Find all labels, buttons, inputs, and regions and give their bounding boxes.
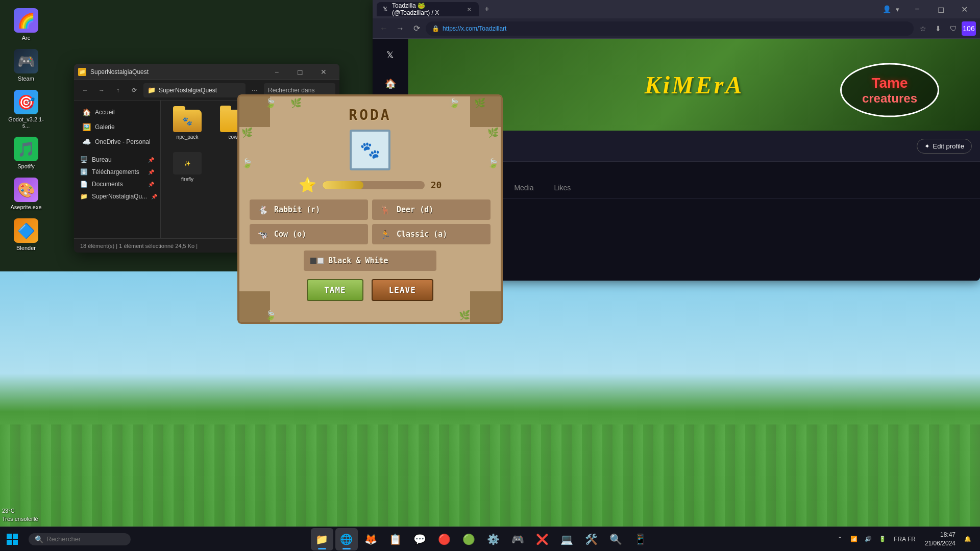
desktop-icon-aseprite[interactable]: 🎨 Aseprite.exe — [8, 178, 44, 210]
discord-icon: 🎮 — [511, 533, 524, 545]
option-deer[interactable]: 🦌 Deer (d) — [372, 199, 491, 220]
steam-label: Steam — [18, 76, 34, 82]
file-explorer-title: SuperNostalgiaQuest — [90, 68, 261, 76]
file-explorer-titlebar: 📁 SuperNostalgiaQuest − ◻ ✕ — [74, 64, 339, 80]
browser-restore-btn[interactable]: ◻ — [929, 0, 952, 18]
app14-icon: 📱 — [634, 533, 647, 545]
taskbar-search-app[interactable]: 🔍 — [605, 528, 627, 550]
file-item-npcpack[interactable]: 🐾 npc_pack — [167, 107, 208, 143]
taskbar-terminal[interactable]: 💻 — [556, 528, 578, 550]
taskbar-app10[interactable]: ❌ — [531, 528, 554, 550]
tray-battery[interactable]: 🔋 — [876, 533, 889, 545]
file-item-firefly[interactable]: ✨ firefly — [167, 149, 208, 185]
tame-button[interactable]: TAME — [307, 279, 363, 301]
app8-icon: ⚙️ — [487, 533, 500, 545]
search-input[interactable] — [46, 535, 118, 543]
search-text: Rechercher dans — [268, 87, 314, 94]
taskbar-app6[interactable]: 🔴 — [433, 528, 456, 550]
close-button[interactable]: ✕ — [312, 64, 335, 80]
tame-bubble-oval: Tame creatures — [840, 63, 939, 117]
npc-pack-label: npc_pack — [177, 134, 199, 140]
dialog-buttons: TAME LEAVE — [307, 279, 433, 301]
address-folder-icon: 📁 — [148, 86, 156, 94]
taskbar-firefox[interactable]: 🦊 — [360, 528, 382, 550]
browser-titlebar: 𝕏 Toadzilla 🐸 (@Toadzillart) / X ✕ + 👤 ▾… — [373, 0, 980, 18]
star-progress-bar — [323, 181, 425, 189]
tray-volume[interactable]: 🔊 — [862, 533, 874, 545]
twitter-x-logo[interactable]: 𝕏 — [380, 45, 401, 65]
browser-nav-bar: ← → ⟳ 🔒 https://x.com/Toadzillart ☆ ⬇ 🛡 … — [373, 18, 980, 39]
edit-profile-button[interactable]: ✦ Edit profile — [917, 139, 972, 154]
tab-label: Toadzilla 🐸 (@Toadzillart) / X — [392, 2, 462, 16]
browser-forward-btn[interactable]: → — [393, 21, 407, 36]
option-rabbit[interactable]: 🐇 Rabbit (r) — [250, 199, 368, 220]
sidebar-item-telechargements[interactable]: ⬇️ Téléchargements 📌 — [74, 166, 160, 178]
sidebar-item-onedrive[interactable]: ☁️ OneDrive - Personal — [76, 135, 158, 149]
taskbar-file-explorer[interactable]: 📁 — [311, 528, 333, 550]
address-bar[interactable]: 📁 SuperNostalgiaQuest — [143, 83, 246, 97]
taskbar-discord[interactable]: 🎮 — [507, 528, 529, 550]
tab-media[interactable]: Media — [504, 178, 544, 198]
desktop-icon-blender[interactable]: 🔷 Blender — [8, 218, 44, 251]
taskbar-search-bar[interactable]: 🔍 — [29, 533, 131, 545]
taskbar-edge[interactable]: 🌐 — [335, 528, 358, 550]
sidebar-item-accueil[interactable]: 🏠 Accueil — [76, 105, 158, 119]
star-page-btn[interactable]: ☆ — [916, 21, 930, 36]
taskbar-notes[interactable]: 📋 — [384, 528, 407, 550]
tab-close-button[interactable]: ✕ — [465, 5, 473, 13]
restore-button[interactable]: ◻ — [288, 64, 312, 80]
back-button[interactable]: ← — [78, 83, 92, 97]
svg-rect-2 — [7, 540, 12, 545]
desktop-icon-steam[interactable]: 🎮 Steam — [8, 49, 44, 82]
url-bar[interactable]: 🔒 https://x.com/Toadzillart — [426, 21, 914, 36]
up-button[interactable]: ↑ — [111, 83, 125, 97]
clock[interactable]: 18:47 21/06/2024 — [921, 531, 960, 548]
browser-tab-toadzilla[interactable]: 𝕏 Toadzilla 🐸 (@Toadzillart) / X ✕ — [377, 2, 479, 16]
browser-close-btn[interactable]: ✕ — [952, 0, 976, 18]
extensions-btn[interactable]: 106 — [962, 21, 976, 36]
start-button[interactable] — [0, 527, 24, 552]
address-text: SuperNostalgiaQuest — [159, 87, 217, 94]
tab-likes[interactable]: Likes — [544, 178, 581, 198]
taskbar-app7[interactable]: 🟢 — [458, 528, 480, 550]
edge-icon: 🌐 — [340, 533, 353, 545]
star-icon: ⭐ — [299, 177, 316, 193]
svg-rect-1 — [13, 534, 18, 539]
browser-refresh-btn[interactable]: ⟳ — [409, 21, 424, 36]
firefly-file-icon: ✨ — [173, 152, 202, 174]
sidebar-item-supernostalgia[interactable]: 📁 SuperNostalgiaQu... 📌 — [74, 190, 160, 203]
taskbar-app8[interactable]: ⚙️ — [482, 528, 505, 550]
download-btn[interactable]: ⬇ — [931, 21, 945, 36]
forward-button[interactable]: → — [94, 83, 109, 97]
desktop-icon-spotify[interactable]: 🎵 Spotify — [8, 137, 44, 169]
browser-back-btn[interactable]: ← — [377, 21, 391, 36]
taskbar-app14[interactable]: 📱 — [629, 528, 652, 550]
taskbar-teams[interactable]: 💬 — [409, 528, 431, 550]
browser-minimize-btn[interactable]: − — [905, 0, 929, 18]
option-classic[interactable]: 🏃 Classic (a) — [372, 224, 491, 244]
leave-button[interactable]: LEAVE — [372, 279, 433, 301]
sidebar-item-bureau[interactable]: 🖥️ Bureau 📌 — [74, 154, 160, 166]
desktop-icon-arc[interactable]: 🌈 Arc — [8, 8, 44, 41]
taskbar-settings[interactable]: 🛠️ — [580, 528, 603, 550]
desktop-icon-godot[interactable]: 🎯 Godot_v3.2.1-s... — [8, 90, 44, 129]
option-bw[interactable]: Black & White — [304, 251, 436, 271]
browser-tab-bar: 𝕏 Toadzilla 🐸 (@Toadzillart) / X ✕ + — [377, 2, 877, 16]
minimize-button[interactable]: − — [265, 64, 288, 80]
option-cow[interactable]: 🐄 Cow (o) — [250, 224, 368, 244]
notification-btn[interactable]: 🔔 — [962, 533, 974, 545]
sidebar-item-galerie[interactable]: 🖼️ Galerie — [76, 120, 158, 134]
twitter-home-btn[interactable]: 🏠 — [380, 73, 401, 94]
language-indicator[interactable]: FRA FR — [891, 536, 919, 543]
rabbit-icon: 🐇 — [256, 203, 270, 217]
new-tab-button[interactable]: + — [480, 2, 494, 16]
sidebar-item-documents[interactable]: 📄 Documents 📌 — [74, 178, 160, 190]
tray-network[interactable]: 📶 — [848, 533, 860, 545]
browser-action-buttons: ☆ ⬇ 🛡 106 — [916, 21, 976, 36]
tray-chevron[interactable]: ⌃ — [834, 533, 846, 545]
refresh-button[interactable]: ⟳ — [127, 83, 141, 97]
pin-icon-4: 📌 — [151, 194, 157, 199]
shield-btn[interactable]: 🛡 — [946, 21, 961, 36]
accueil-label: Accueil — [95, 109, 115, 116]
tame-text-line1: Tame — [862, 75, 917, 91]
